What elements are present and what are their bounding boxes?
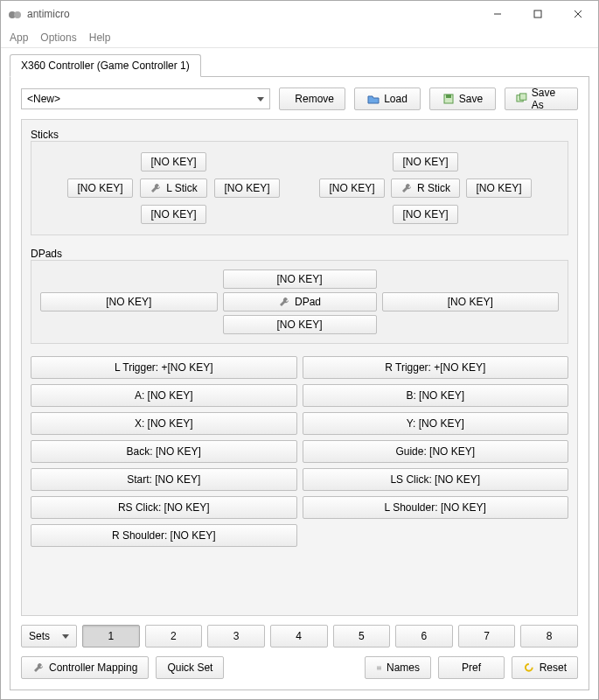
chevron-down-icon: [257, 97, 264, 102]
saveas-icon: [516, 93, 527, 105]
rstick-center-button[interactable]: R Stick: [391, 178, 460, 198]
wrench-icon: [278, 296, 290, 308]
sets-label: Sets: [29, 630, 50, 642]
remove-button[interactable]: Remove: [279, 88, 345, 110]
lstick-down-button[interactable]: [NO KEY]: [141, 205, 205, 224]
a-button[interactable]: A: [NO KEY]: [31, 384, 297, 407]
rstick-left-button[interactable]: [NO KEY]: [319, 178, 384, 198]
back-button[interactable]: Back: [NO KEY]: [31, 440, 297, 463]
reset-button[interactable]: Reset: [512, 656, 578, 679]
set-3-button[interactable]: 3: [207, 625, 265, 648]
minimize-button[interactable]: [477, 1, 518, 27]
rsclick-button[interactable]: RS Click: [NO KEY]: [31, 496, 297, 519]
tab-panel: <New> Remove Load Save Save As: [10, 76, 589, 690]
dpads-area: [NO KEY] [NO KEY] DPad [NO KEY] [NO KEY]: [31, 260, 568, 344]
buttons-grid: L Trigger: +[NO KEY] R Trigger: +[NO KEY…: [31, 356, 568, 547]
profile-selected: <New>: [27, 93, 60, 105]
right-stick-block: [NO KEY] [NO KEY] R Stick [NO KEY] [NO K…: [317, 150, 534, 226]
start-button[interactable]: Start: [NO KEY]: [31, 468, 297, 491]
set-2-button[interactable]: 2: [145, 625, 203, 648]
dpads-group: DPads [NO KEY] [NO KEY] DPad [NO KEY] [N…: [31, 248, 568, 344]
tab-label: X360 Controller (Game Controller 1): [21, 60, 190, 72]
titlebar: antimicro: [1, 1, 598, 27]
wrench-icon: [150, 182, 162, 194]
lstick-left-button[interactable]: [NO KEY]: [67, 178, 132, 198]
set-7-button[interactable]: 7: [458, 625, 516, 648]
guide-button[interactable]: Guide: [NO KEY]: [303, 440, 569, 463]
names-button[interactable]: Names: [365, 656, 431, 679]
tab-row: X360 Controller (Game Controller 1): [10, 53, 589, 76]
menubar: App Options Help: [1, 27, 598, 48]
controller-mapping-button[interactable]: Controller Mapping: [21, 656, 149, 679]
remove-label: Remove: [295, 93, 334, 105]
window-title: antimicro: [27, 8, 477, 20]
maximize-button[interactable]: [518, 1, 558, 27]
window-controls: [477, 1, 598, 27]
menu-app[interactable]: App: [10, 32, 28, 44]
wrench-icon: [400, 182, 413, 194]
list-icon: [376, 662, 382, 674]
sticks-area: [NO KEY] [NO KEY] L Stick [NO KEY] [NO K…: [31, 141, 568, 235]
dpad-up-button[interactable]: [NO KEY]: [223, 270, 377, 289]
menu-help[interactable]: Help: [89, 32, 111, 44]
pref-button[interactable]: Pref: [438, 656, 505, 679]
set-1-button[interactable]: 1: [82, 625, 140, 648]
rtrigger-button[interactable]: R Trigger: +[NO KEY]: [303, 356, 569, 379]
content: X360 Controller (Game Controller 1) <New…: [1, 48, 598, 699]
profile-select[interactable]: <New>: [21, 88, 270, 109]
set-5-button[interactable]: 5: [333, 625, 391, 648]
svg-rect-3: [534, 10, 541, 18]
load-button[interactable]: Load: [354, 88, 421, 110]
lstick-up-button[interactable]: [NO KEY]: [141, 152, 205, 172]
folder-open-icon: [367, 93, 380, 105]
mapping-area: Sticks [NO KEY] [NO KEY] L Stick: [21, 119, 578, 616]
set-6-button[interactable]: 6: [395, 625, 453, 648]
y-button[interactable]: Y: [NO KEY]: [303, 412, 569, 435]
set-4-button[interactable]: 4: [270, 625, 328, 648]
chevron-down-icon: [62, 634, 69, 639]
profile-toolbar: <New> Remove Load Save Save As: [21, 88, 578, 110]
save-icon: [442, 93, 455, 105]
reset-icon: [523, 662, 535, 674]
dpad-down-button[interactable]: [NO KEY]: [223, 315, 377, 334]
tab-controller-1[interactable]: X360 Controller (Game Controller 1): [10, 54, 201, 77]
sticks-label: Sticks: [31, 129, 568, 141]
save-button[interactable]: Save: [429, 88, 496, 110]
x-button[interactable]: X: [NO KEY]: [31, 412, 297, 435]
saveas-label: Save As: [532, 87, 567, 111]
sets-menu-button[interactable]: Sets: [21, 625, 77, 648]
lsclick-button[interactable]: LS Click: [NO KEY]: [303, 468, 569, 491]
rstick-down-button[interactable]: [NO KEY]: [393, 205, 457, 224]
app-window: antimicro App Options Help X360 Controll…: [0, 0, 599, 700]
saveas-button[interactable]: Save As: [505, 88, 578, 110]
menu-options[interactable]: Options: [40, 32, 76, 44]
dpad-center-button[interactable]: DPad: [223, 292, 377, 312]
close-button[interactable]: [558, 1, 598, 27]
rshoulder-button[interactable]: R Shoulder: [NO KEY]: [31, 524, 297, 547]
left-stick-block: [NO KEY] [NO KEY] L Stick [NO KEY] [NO K…: [66, 150, 282, 226]
sets-bar: Sets 1 2 3 4 5 6 7 8: [21, 625, 578, 648]
sticks-group: Sticks [NO KEY] [NO KEY] L Stick: [31, 129, 568, 235]
svg-point-1: [14, 11, 21, 18]
rstick-right-button[interactable]: [NO KEY]: [466, 178, 531, 198]
rstick-up-button[interactable]: [NO KEY]: [393, 152, 457, 172]
set-8-button[interactable]: 8: [520, 625, 578, 648]
footer-bar: Controller Mapping Quick Set Names Pref …: [21, 656, 578, 679]
svg-rect-10: [446, 94, 451, 98]
lstick-center-button[interactable]: L Stick: [140, 178, 207, 198]
ltrigger-button[interactable]: L Trigger: +[NO KEY]: [31, 356, 297, 379]
dpads-label: DPads: [31, 248, 568, 260]
load-label: Load: [384, 93, 407, 105]
wrench-icon: [32, 662, 45, 674]
app-icon: [8, 7, 22, 21]
dpad-right-button[interactable]: [NO KEY]: [382, 292, 560, 312]
b-button[interactable]: B: [NO KEY]: [303, 384, 569, 407]
lstick-right-button[interactable]: [NO KEY]: [214, 178, 279, 198]
quickset-button[interactable]: Quick Set: [156, 656, 224, 679]
lshoulder-button[interactable]: L Shoulder: [NO KEY]: [303, 496, 569, 519]
svg-rect-12: [520, 94, 526, 100]
dpad-left-button[interactable]: [NO KEY]: [40, 292, 218, 312]
save-label: Save: [459, 93, 483, 105]
